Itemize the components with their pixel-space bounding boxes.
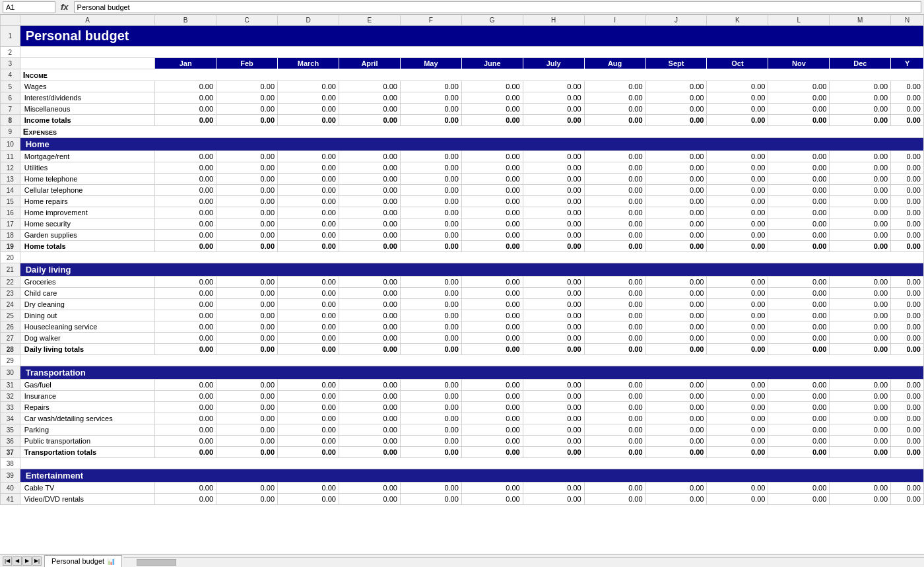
wages-sept[interactable]: 0.00 — [645, 81, 707, 92]
label-dry-cleaning[interactable]: Dry cleaning — [20, 299, 154, 310]
label-home-repairs[interactable]: Home repairs — [20, 196, 154, 207]
wages-april[interactable]: 0.00 — [339, 81, 400, 92]
month-april[interactable]: April — [339, 58, 400, 69]
label-dining[interactable]: Dining out — [20, 310, 154, 321]
month-nov[interactable]: Nov — [768, 58, 830, 69]
label-misc[interactable]: Miscellaneous — [20, 104, 154, 115]
col-header-N[interactable]: N — [891, 15, 924, 26]
label-transport-totals[interactable]: Transportation totals — [20, 447, 154, 458]
col-header-F[interactable]: F — [400, 15, 461, 26]
col-header-J[interactable]: J — [645, 15, 707, 26]
row-11[interactable]: 11 Mortgage/rent 0.00 0.00 0.00 0.00 0.0… — [1, 151, 924, 162]
col-header-B[interactable]: B — [155, 15, 216, 26]
label-home-totals[interactable]: Home totals — [20, 241, 154, 252]
horizontal-scrollbar[interactable] — [123, 557, 924, 566]
wages-dec[interactable]: 0.00 — [830, 81, 891, 92]
row-12[interactable]: 12 Utilities 0.00 0.00 0.00 0.00 0.00 0.… — [1, 162, 924, 174]
row-28-daily-totals[interactable]: 28 Daily living totals 0.00 0.00 0.00 0.… — [1, 344, 924, 355]
month-feb[interactable]: Feb — [216, 58, 278, 69]
cell-reference-box[interactable] — [3, 1, 55, 13]
sheet-tab-personal-budget[interactable]: Personal budget 📊 — [44, 555, 122, 567]
label-wages[interactable]: Wages — [20, 81, 154, 92]
row-17[interactable]: 17 Home security 0.00 0.00 0.00 0.00 0.0… — [1, 218, 924, 230]
wages-june[interactable]: 0.00 — [461, 81, 523, 92]
month-june[interactable]: June — [461, 58, 523, 69]
row-34[interactable]: 34 Car wash/detailing services 0.00 0.00… — [1, 413, 924, 424]
col-header-H[interactable]: H — [523, 15, 584, 26]
label-parking[interactable]: Parking — [20, 424, 154, 436]
label-mortgage[interactable]: Mortgage/rent — [20, 151, 154, 162]
label-home-improvement[interactable]: Home improvement — [20, 207, 154, 218]
tab-nav-prev[interactable]: ◀ — [13, 556, 22, 566]
row-36[interactable]: 36 Public transportation 0.00 0.00 0.00 … — [1, 436, 924, 447]
month-jan[interactable]: Jan — [155, 58, 216, 69]
col-header-A[interactable]: A — [20, 15, 154, 26]
row-31[interactable]: 31 Gas/fuel 0.00 0.00 0.00 0.00 0.00 0.0… — [1, 380, 924, 391]
label-home-security[interactable]: Home security — [20, 218, 154, 230]
month-oct[interactable]: Oct — [707, 58, 768, 69]
row-7[interactable]: 7 Miscellaneous 0.00 0.00 0.00 0.00 0.00… — [1, 104, 924, 115]
row-37-transport-totals[interactable]: 37 Transportation totals 0.00 0.00 0.00 … — [1, 447, 924, 458]
label-cellular[interactable]: Cellular telephone — [20, 185, 154, 196]
label-insurance[interactable]: Insurance — [20, 391, 154, 402]
month-july[interactable]: July — [523, 58, 584, 69]
month-year[interactable]: Y — [891, 58, 924, 69]
wages-may[interactable]: 0.00 — [400, 81, 461, 92]
row-33[interactable]: 33 Repairs 0.00 0.00 0.00 0.00 0.00 0.00… — [1, 402, 924, 413]
scroll-thumb[interactable] — [137, 559, 176, 566]
tab-nav-last[interactable]: ▶| — [32, 556, 42, 566]
month-dec[interactable]: Dec — [830, 58, 891, 69]
label-garden[interactable]: Garden supplies — [20, 230, 154, 241]
col-header-I[interactable]: I — [584, 15, 645, 26]
label-home-telephone[interactable]: Home telephone — [20, 174, 154, 185]
row-5-wages[interactable]: 5 Wages 0.00 0.00 0.00 0.00 0.00 0.00 0.… — [1, 81, 924, 92]
row-8-income-totals[interactable]: 8 Income totals 0.00 0.00 0.00 0.00 0.00… — [1, 115, 924, 126]
month-sept[interactable]: Sept — [645, 58, 707, 69]
label-housecleaning[interactable]: Housecleaning service — [20, 321, 154, 333]
label-gas[interactable]: Gas/fuel — [20, 380, 154, 391]
row-41[interactable]: 41 Video/DVD rentals 0.00 0.00 0.00 0.00… — [1, 494, 924, 505]
wages-aug[interactable]: 0.00 — [584, 81, 645, 92]
label-dvd[interactable]: Video/DVD rentals — [20, 494, 154, 505]
wages-jan[interactable]: 0.00 — [155, 81, 216, 92]
label-utilities[interactable]: Utilities — [20, 162, 154, 174]
row-32[interactable]: 32 Insurance 0.00 0.00 0.00 0.00 0.00 0.… — [1, 391, 924, 402]
label-groceries[interactable]: Groceries — [20, 277, 154, 288]
row-24[interactable]: 24 Dry cleaning 0.00 0.00 0.00 0.00 0.00… — [1, 299, 924, 310]
col-header-C[interactable]: C — [216, 15, 278, 26]
row-6[interactable]: 6 Interest/dividends 0.00 0.00 0.00 0.00… — [1, 92, 924, 104]
label-carwash[interactable]: Car wash/detailing services — [20, 413, 154, 424]
row-25[interactable]: 25 Dining out 0.00 0.00 0.00 0.00 0.00 0… — [1, 310, 924, 321]
col-header-K[interactable]: K — [707, 15, 768, 26]
row-14[interactable]: 14 Cellular telephone 0.00 0.00 0.00 0.0… — [1, 185, 924, 196]
row-26[interactable]: 26 Housecleaning service 0.00 0.00 0.00 … — [1, 321, 924, 333]
wages-feb[interactable]: 0.00 — [216, 81, 278, 92]
row-23[interactable]: 23 Child care 0.00 0.00 0.00 0.00 0.00 0… — [1, 288, 924, 299]
wages-year[interactable]: 0.00 — [891, 81, 924, 92]
label-interest[interactable]: Interest/dividends — [20, 92, 154, 104]
row-15[interactable]: 15 Home repairs 0.00 0.00 0.00 0.00 0.00… — [1, 196, 924, 207]
wages-march[interactable]: 0.00 — [278, 81, 339, 92]
label-daily-totals[interactable]: Daily living totals — [20, 344, 154, 355]
row-19-home-totals[interactable]: 19 Home totals 0.00 0.00 0.00 0.00 0.00 … — [1, 241, 924, 252]
label-dog-walker[interactable]: Dog walker — [20, 333, 154, 344]
row-13[interactable]: 13 Home telephone 0.00 0.00 0.00 0.00 0.… — [1, 174, 924, 185]
col-header-E[interactable]: E — [339, 15, 400, 26]
label-public-transport[interactable]: Public transportation — [20, 436, 154, 447]
row-22[interactable]: 22 Groceries 0.00 0.00 0.00 0.00 0.00 0.… — [1, 277, 924, 288]
formula-input[interactable] — [74, 1, 921, 13]
month-may[interactable]: May — [400, 58, 461, 69]
label-childcare[interactable]: Child care — [20, 288, 154, 299]
row-40[interactable]: 40 Cable TV 0.00 0.00 0.00 0.00 0.00 0.0… — [1, 483, 924, 494]
col-header-L[interactable]: L — [768, 15, 830, 26]
tab-nav-first[interactable]: |◀ — [3, 556, 12, 566]
row-16[interactable]: 16 Home improvement 0.00 0.00 0.00 0.00 … — [1, 207, 924, 218]
wages-oct[interactable]: 0.00 — [707, 81, 768, 92]
col-header-D[interactable]: D — [278, 15, 339, 26]
row-35[interactable]: 35 Parking 0.00 0.00 0.00 0.00 0.00 0.00… — [1, 424, 924, 436]
month-aug[interactable]: Aug — [584, 58, 645, 69]
label-income-totals[interactable]: Income totals — [20, 115, 154, 126]
wages-july[interactable]: 0.00 — [523, 81, 584, 92]
col-header-M[interactable]: M — [830, 15, 891, 26]
label-cable-tv[interactable]: Cable TV — [20, 483, 154, 494]
